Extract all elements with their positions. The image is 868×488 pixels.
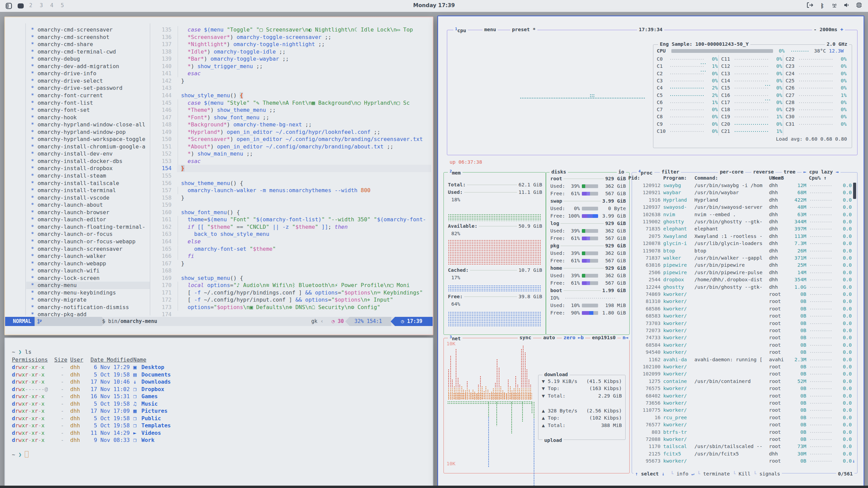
proc-row[interactable]: 72088kworker/root0B0.0 <box>632 436 857 443</box>
btop-window[interactable]: 1cpumenupreset *17:39:34- 2000ms +Eng Sa… <box>437 16 864 487</box>
tab-mem[interactable]: 2mem <box>448 169 462 176</box>
directory-link[interactable]: Desktop <box>141 364 164 371</box>
file-item[interactable]: *omarchy-launch-webapp <box>26 260 150 267</box>
file-item[interactable]: *omarchy-drive-set-password <box>26 84 150 92</box>
file-item[interactable]: *omarchy-font-set <box>26 106 150 114</box>
proc-row[interactable]: 73703kworker/root0B0.0 <box>632 320 857 327</box>
proc-row[interactable]: 120878glycin-i/usr/lib/glycin-loadersdhh… <box>632 240 857 247</box>
proc-row[interactable]: 119078btopbtopdhh26M0.0 <box>632 247 857 255</box>
proc-row[interactable]: 95673kworker/root0B0.0↓ <box>632 458 857 465</box>
proc-row[interactable]: 2544dropbox/home/dhh/.dropbox-distdhh354… <box>632 276 857 283</box>
proc-row[interactable]: 102100kworker/root0B0.0 <box>632 363 857 370</box>
vsplit-separator[interactable] <box>150 23 150 316</box>
directory-link[interactable]: Templates <box>141 422 171 429</box>
proc-row[interactable]: 74869kworker/root0B0.0 <box>632 291 857 298</box>
net-control-auto[interactable]: auto <box>541 335 557 340</box>
file-item[interactable]: *omarchy-cmd-terminal-cwd <box>26 48 150 56</box>
tab-cpu[interactable]: 1cpu <box>453 27 468 33</box>
file-item[interactable]: *omarchy-install-docker-dbs <box>26 158 150 165</box>
net-control-n[interactable]: n→ <box>621 335 630 340</box>
file-item[interactable]: *omarchy-lock-screen <box>26 274 150 282</box>
file-item[interactable]: *omarchy-install-tailscale <box>26 180 150 187</box>
proc-row[interactable]: 2075XwaylandXwayland :1 -rootless -dhh11… <box>632 233 857 240</box>
file-item[interactable]: *omarchy-debug <box>26 55 150 63</box>
proc-row[interactable]: 102638nvimnvim --embed .dhh63M0.0 <box>632 211 857 218</box>
directory-link[interactable]: Downloads <box>141 378 171 386</box>
file-item[interactable]: *omarchy-launch-or-focus-webapp <box>26 238 150 245</box>
proc-row[interactable]: 68583kworker/root0B0.0 <box>632 312 857 320</box>
proc-cpu-nav[interactable]: ← cpu lazy → <box>802 169 841 175</box>
net-control-zero[interactable]: zero <box>562 335 577 340</box>
editor-window[interactable]: *omarchy-cmd-screensaver*omarchy-cmd-scr… <box>4 17 433 335</box>
file-item[interactable]: *omarchy-notification-dismiss <box>26 304 150 311</box>
proc-row[interactable]: 120937swayosd-/usr/bin/swayosd-serverdhh… <box>632 204 857 211</box>
cpu-icon[interactable] <box>855 2 863 9</box>
proc-row[interactable]: 76575kworker/root0B0.0 <box>632 385 857 392</box>
proc-row[interactable]: 71837walker/usr/bin/walker --gappldhh371… <box>632 255 857 262</box>
volume-icon[interactable] <box>843 2 850 9</box>
terminal-window[interactable]: ~ ❯ lsPermissionsSizeUserDate ModifiedNa… <box>4 338 433 487</box>
proc-row[interactable]: 110775kworker/root0B0.0 <box>632 407 857 414</box>
proc-control-reverse[interactable]: reverse <box>751 169 775 175</box>
proc-row[interactable]: 94540kworker/root0B0.0 <box>632 349 857 356</box>
proc-row[interactable]: 74733kworker/root0B0.0 <box>632 334 857 341</box>
file-item[interactable]: *omarchy-install-terminal <box>26 187 150 194</box>
file-item[interactable]: *omarchy-migrate <box>26 296 150 304</box>
proc-row[interactable]: 2125fcitx5/usr/bin/fcitx5dhh30M0.0 <box>632 450 857 458</box>
proc-row[interactable]: 16rcu_preeroot0B0.0 <box>632 414 857 421</box>
file-item[interactable]: *omarchy-launch-floating-terminal- <box>26 223 150 231</box>
proc-row[interactable]: 120921waybar/usr/bin/waybardhh68M0.0 <box>632 189 857 196</box>
file-item[interactable]: *omarchy-cmd-screensaver <box>26 26 150 34</box>
net-control-sync[interactable]: sync <box>518 335 533 340</box>
proc-row[interactable]: 120912swaybg/usr/bin/swaybg -i /homdhh12… <box>632 182 857 189</box>
file-item[interactable]: *omarchy-launch-about <box>26 201 150 209</box>
proc-row[interactable]: 803btrfs-trroot0B0.0 <box>632 429 857 436</box>
proc-row[interactable]: 119002ghostty/usr/bin/ghostty --gtk-dhh3… <box>632 218 857 225</box>
directory-link[interactable]: Dropbox <box>141 386 164 393</box>
git-branch-segment[interactable]: themes-menu <box>35 317 106 326</box>
proc-row[interactable]: 68586kworker/root0B0.0 <box>632 305 857 312</box>
file-item[interactable]: *omarchy-launch-or-focus <box>26 230 150 238</box>
file-item[interactable]: *omarchy-launch-screensaver <box>26 245 150 253</box>
net-control-b[interactable]: ←b <box>576 335 585 340</box>
proc-row[interactable]: 68402kworker/root0B0.0 <box>632 392 857 400</box>
proc-row[interactable]: 102099kworker/root0B0.0 <box>632 370 857 378</box>
proc-row[interactable]: 1162avahi-daavahi-daemon: running [avahi… <box>632 356 857 363</box>
file-item[interactable]: *omarchy-drive-select <box>26 77 150 85</box>
file-item[interactable]: *omarchy-cmd-share <box>26 41 150 48</box>
directory-link[interactable]: Music <box>141 400 158 408</box>
file-item[interactable]: *omarchy-dev-add-migration <box>26 63 150 70</box>
file-item[interactable]: *omarchy-install-chromium-google-a <box>26 143 150 150</box>
proc-control-tree[interactable]: tree <box>782 169 797 175</box>
directory-link[interactable]: Work <box>141 436 155 444</box>
logout-icon[interactable] <box>806 2 814 9</box>
bluetooth-icon[interactable]: ᛒ <box>818 2 826 9</box>
proc-row[interactable]: 81310kworker/root0B0.0 <box>632 298 857 305</box>
file-item[interactable]: *omarchy-launch-editor <box>26 216 150 223</box>
proc-row[interactable]: 2506pipewire/usr/bin/pipewire-pulsedhh14… <box>632 269 857 276</box>
network-icon[interactable] <box>831 2 838 9</box>
file-item[interactable]: *omarchy-install-dropbox <box>26 165 150 172</box>
proc-control-per-core[interactable]: per-core <box>718 169 745 175</box>
file-item[interactable]: *omarchy-install-steam <box>26 172 150 180</box>
file-item[interactable]: *omarchy-font-current <box>26 92 150 99</box>
file-item[interactable]: *omarchy-cmd-screenshot <box>26 34 150 41</box>
file-item[interactable]: *omarchy-install-vscode <box>26 194 150 202</box>
proc-row[interactable]: 72073kworker/root0B0.0 <box>632 327 857 334</box>
preset-button[interactable]: preset * <box>510 27 537 32</box>
net-control-enp191s0[interactable]: enp191s0 <box>590 335 617 340</box>
file-item[interactable]: *omarchy-hyprland-workspace-toggle <box>26 136 150 143</box>
file-item[interactable]: *omarchy-drive-info <box>26 70 150 77</box>
proc-row[interactable]: 71835elephantelephantdhh397M0.0 <box>632 225 857 232</box>
proc-row[interactable]: 12244ghostty/usr/bin/ghostty --gtk-dhh1.… <box>632 284 857 291</box>
proc-scrollbar[interactable] <box>853 183 856 199</box>
proc-control-filter[interactable]: filter <box>660 169 681 175</box>
directory-link[interactable]: Games <box>141 393 158 400</box>
file-item[interactable]: *omarchy-hyprland-window-close-all <box>26 121 150 128</box>
directory-link[interactable]: Documents <box>141 371 171 379</box>
proc-row[interactable]: 1916HyprlandHyprlanddhh422M0.0 <box>632 197 857 204</box>
file-item[interactable]: *omarchy-launch-walker <box>26 252 150 260</box>
file-item[interactable]: *omarchy-hook <box>26 114 150 121</box>
file-item[interactable]: *omarchy-install-dev-env <box>26 150 150 158</box>
file-item[interactable]: *omarchy-launch-browser <box>26 209 150 216</box>
